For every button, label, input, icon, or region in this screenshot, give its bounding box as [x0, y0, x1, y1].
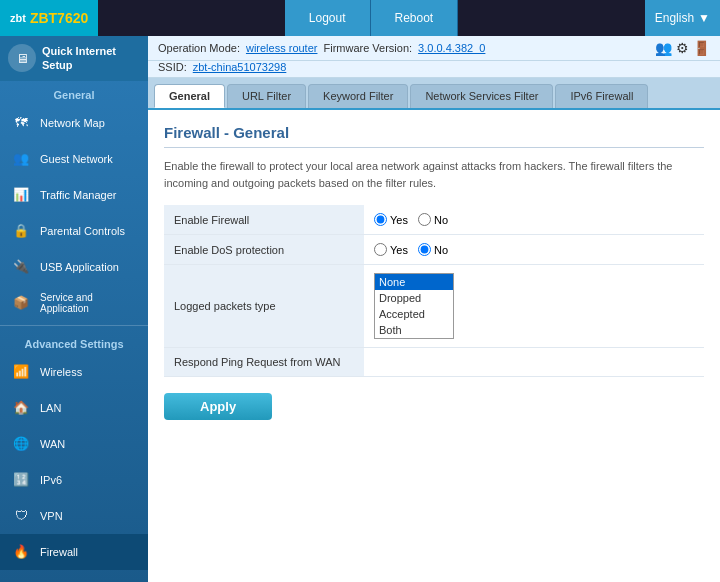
ssid-bar: SSID: zbt-china51073298	[148, 61, 720, 78]
operation-bar: Operation Mode: wireless router Firmware…	[148, 36, 720, 61]
sidebar-item-usb-application[interactable]: USB Application	[0, 249, 148, 285]
sidebar-label-traffic-manager: Traffic Manager	[40, 189, 116, 201]
operation-mode-label: Operation Mode:	[158, 42, 240, 54]
dropdown-option-both[interactable]: Both	[375, 322, 453, 338]
dos-protection-yes-label[interactable]: Yes	[374, 243, 408, 256]
tab-keyword-filter[interactable]: Keyword Filter	[308, 84, 408, 108]
tabs-bar: General URL Filter Keyword Filter Networ…	[148, 78, 720, 108]
main-layout: 🖥 Quick Internet Setup General Network M…	[0, 36, 720, 582]
monitor-icon: 🖥	[8, 44, 36, 72]
ssid-link[interactable]: zbt-china51073298	[193, 61, 287, 73]
enable-firewall-yes-radio[interactable]	[374, 213, 387, 226]
form-row-ping-request: Respond Ping Request from WAN	[164, 348, 704, 377]
usb-icon	[10, 256, 32, 278]
settings-icon: ⚙	[676, 40, 689, 56]
sidebar-item-parental-controls[interactable]: Parental Controls	[0, 213, 148, 249]
content-area: Operation Mode: wireless router Firmware…	[148, 36, 720, 582]
panel-description: Enable the firewall to protect your loca…	[164, 158, 704, 191]
reboot-button[interactable]: Reboot	[371, 0, 459, 36]
tab-ipv6-firewall[interactable]: IPv6 Firewall	[555, 84, 648, 108]
dos-protection-yes-radio[interactable]	[374, 243, 387, 256]
dos-protection-no-text: No	[434, 244, 448, 256]
firewall-form: Enable Firewall Yes No	[164, 205, 704, 377]
sidebar-divider	[0, 325, 148, 326]
sidebar-item-guest-network[interactable]: Guest Network	[0, 141, 148, 177]
service-icon	[10, 292, 32, 314]
dos-protection-label: Enable DoS protection	[164, 235, 364, 265]
enable-firewall-value: Yes No	[364, 205, 704, 235]
ipv6-icon	[10, 469, 32, 491]
dos-protection-no-label[interactable]: No	[418, 243, 448, 256]
apply-button[interactable]: Apply	[164, 393, 272, 420]
op-bar-icons: 👥 ⚙ 🚪	[655, 40, 710, 56]
enable-firewall-no-label[interactable]: No	[418, 213, 448, 226]
form-row-logged-packets: Logged packets type None Dropped Accepte…	[164, 265, 704, 348]
lan-icon	[10, 397, 32, 419]
logo-zbt: zbt	[10, 12, 26, 24]
sidebar-label-wireless: Wireless	[40, 366, 82, 378]
sidebar-item-wireless[interactable]: Wireless	[0, 354, 148, 390]
language-selector[interactable]: English ▼	[645, 0, 720, 36]
operation-mode-link[interactable]: wireless router	[246, 42, 318, 54]
sidebar-item-wan[interactable]: WAN	[0, 426, 148, 462]
sidebar-item-lan[interactable]: LAN	[0, 390, 148, 426]
enable-firewall-no-radio[interactable]	[418, 213, 431, 226]
dropdown-option-dropped[interactable]: Dropped	[375, 290, 453, 306]
sidebar-label-usb-application: USB Application	[40, 261, 119, 273]
logo-model: ZBT7620	[30, 10, 88, 26]
header-nav: Logout Reboot	[98, 0, 645, 36]
dropdown-option-none[interactable]: None	[375, 274, 453, 290]
firewall-icon	[10, 541, 32, 563]
ping-request-value	[364, 348, 704, 377]
sidebar-label-network-map: Network Map	[40, 117, 105, 129]
logout-button[interactable]: Logout	[285, 0, 371, 36]
tab-url-filter[interactable]: URL Filter	[227, 84, 306, 108]
sidebar-section-advanced: Advanced Settings	[0, 330, 148, 354]
dropdown-option-accepted[interactable]: Accepted	[375, 306, 453, 322]
firmware-label: Firmware Version:	[323, 42, 412, 54]
sidebar-label-service-application: Service and Application	[40, 292, 138, 314]
enable-firewall-yes-label[interactable]: Yes	[374, 213, 408, 226]
enable-firewall-yes-text: Yes	[390, 214, 408, 226]
sidebar-item-ipv6[interactable]: IPv6	[0, 462, 148, 498]
wan-icon	[10, 433, 32, 455]
dos-protection-radio-group: Yes No	[374, 243, 694, 256]
ping-request-label: Respond Ping Request from WAN	[164, 348, 364, 377]
logo: zbt ZBT7620	[0, 0, 98, 36]
sidebar-item-traffic-manager[interactable]: Traffic Manager	[0, 177, 148, 213]
form-row-dos-protection: Enable DoS protection Yes No	[164, 235, 704, 265]
sidebar-label-guest-network: Guest Network	[40, 153, 113, 165]
tab-general[interactable]: General	[154, 84, 225, 108]
logged-packets-dropdown[interactable]: None Dropped Accepted Both	[374, 273, 454, 339]
header: zbt ZBT7620 Logout Reboot English ▼	[0, 0, 720, 36]
panel-title: Firewall - General	[164, 124, 704, 148]
sidebar-label-parental-controls: Parental Controls	[40, 225, 125, 237]
dos-protection-no-radio[interactable]	[418, 243, 431, 256]
network-icon	[10, 112, 32, 134]
sidebar: 🖥 Quick Internet Setup General Network M…	[0, 36, 148, 582]
apply-button-wrapper: Apply	[164, 393, 704, 420]
sidebar-item-quick-setup[interactable]: 🖥 Quick Internet Setup	[0, 36, 148, 81]
sidebar-item-service-application[interactable]: Service and Application	[0, 285, 148, 321]
chevron-down-icon: ▼	[698, 11, 710, 25]
sidebar-item-network-map[interactable]: Network Map	[0, 105, 148, 141]
logout-icon: 🚪	[693, 40, 710, 56]
parental-icon	[10, 220, 32, 242]
logged-packets-label: Logged packets type	[164, 265, 364, 348]
sidebar-item-firewall[interactable]: Firewall	[0, 534, 148, 570]
dos-protection-yes-text: Yes	[390, 244, 408, 256]
sidebar-item-vpn[interactable]: VPN	[0, 498, 148, 534]
traffic-icon	[10, 184, 32, 206]
users-icon: 👥	[655, 40, 672, 56]
firmware-link[interactable]: 3.0.0.4.382_0	[418, 42, 485, 54]
dos-protection-value: Yes No	[364, 235, 704, 265]
sidebar-label-firewall: Firewall	[40, 546, 78, 558]
vpn-icon	[10, 505, 32, 527]
enable-firewall-label: Enable Firewall	[164, 205, 364, 235]
sidebar-label-lan: LAN	[40, 402, 61, 414]
logged-packets-value: None Dropped Accepted Both	[364, 265, 704, 348]
tab-network-services-filter[interactable]: Network Services Filter	[410, 84, 553, 108]
sidebar-label-vpn: VPN	[40, 510, 63, 522]
enable-firewall-no-text: No	[434, 214, 448, 226]
sidebar-section-general: General	[0, 81, 148, 105]
